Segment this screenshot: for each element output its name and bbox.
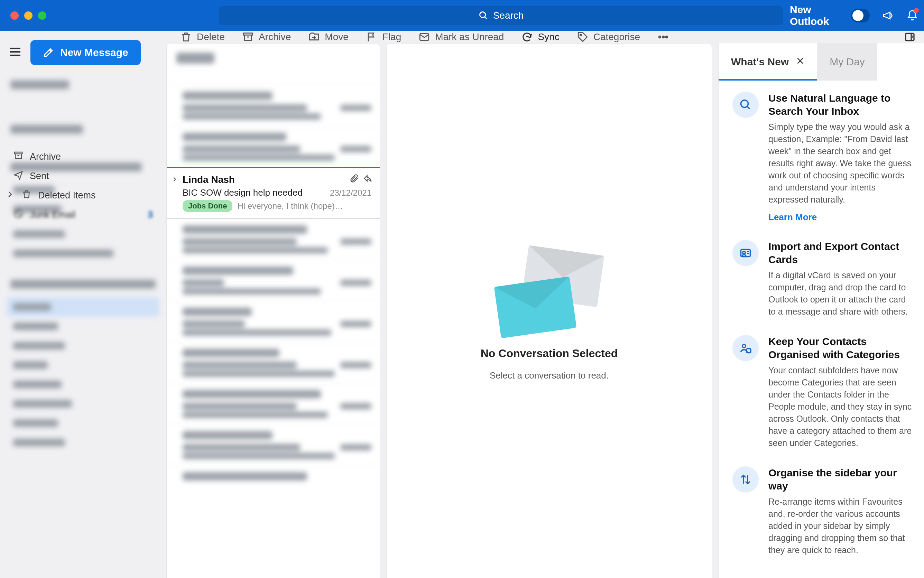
tab-my-day[interactable]: My Day: [817, 43, 877, 81]
tool-categorise[interactable]: Categorise: [577, 31, 640, 43]
empty-state-subtitle: Select a conversation to read.: [490, 370, 609, 381]
list-item-focused[interactable]: Linda Nash BIC SOW design help needed 23…: [167, 167, 380, 219]
empty-state-illustration: [490, 247, 608, 337]
tool-sync[interactable]: Sync: [521, 31, 559, 43]
feed-item: Import and Export Contact Cards If a dig…: [732, 240, 915, 318]
chevron-right-icon: [171, 175, 179, 185]
sidebar-item-label: Deleted Items: [38, 190, 96, 201]
trash-icon: [21, 189, 32, 202]
tab-label: What's New: [731, 56, 789, 68]
tool-label: Sync: [538, 31, 559, 42]
svg-line-24: [747, 107, 750, 109]
tool-archive[interactable]: Archive: [242, 31, 291, 43]
tool-label: Mark as Unread: [435, 31, 504, 42]
tab-label: My Day: [830, 56, 865, 68]
sidebar-item-deleted[interactable]: Deleted Items: [7, 186, 159, 205]
list-item[interactable]: [167, 342, 380, 383]
sidebar-folders-lower: [0, 224, 166, 578]
feed-item: Use Natural Language to Search Your Inbo…: [732, 92, 915, 222]
search-placeholder: Search: [493, 10, 524, 21]
sort-arrows-icon: [732, 466, 759, 493]
message-list-header: [167, 44, 380, 85]
panel-icon: [904, 31, 915, 42]
mail-icon: [419, 31, 430, 43]
right-panel-tabs: What's New My Day: [719, 43, 924, 81]
feed-title: Import and Export Contact Cards: [768, 240, 915, 266]
message-subject: BIC SOW design help needed: [183, 187, 302, 198]
archive-icon: [242, 31, 254, 43]
svg-line-8: [15, 211, 21, 217]
list-item[interactable]: [167, 85, 380, 126]
tool-flag[interactable]: Flag: [366, 31, 401, 43]
whats-new-feed: Use Natural Language to Search Your Inbo…: [719, 81, 924, 578]
tool-label: Move: [325, 31, 348, 42]
feed-body: Your contact subfolders have now become …: [768, 364, 915, 449]
sent-icon: [13, 170, 24, 182]
list-item[interactable]: [167, 301, 380, 342]
svg-point-23: [741, 100, 748, 107]
more-icon: [658, 31, 669, 43]
bell-icon[interactable]: [906, 9, 918, 23]
new-outlook-toggle[interactable]: [851, 9, 870, 23]
feed-title: Organise the sidebar your way: [768, 466, 915, 492]
svg-point-13: [580, 34, 581, 36]
list-item[interactable]: [167, 126, 380, 167]
list-item[interactable]: [167, 424, 380, 466]
svg-point-0: [480, 12, 485, 18]
right-panel: What's New My Day Use Natural Language t…: [718, 43, 924, 578]
search-input[interactable]: Search: [219, 6, 783, 25]
svg-point-26: [743, 251, 745, 254]
svg-rect-5: [15, 152, 23, 154]
svg-point-14: [659, 36, 661, 38]
megaphone-icon[interactable]: [882, 9, 894, 23]
tool-label: Archive: [259, 31, 291, 42]
toolbar: Delete Archive Move Flag Mark as Unread …: [166, 31, 924, 43]
feed-item: Organise the sidebar your way Re-arrange…: [732, 466, 915, 556]
message-tag: Jobs Done: [183, 200, 232, 212]
tool-more[interactable]: [658, 31, 669, 43]
tool-move[interactable]: Move: [308, 31, 348, 43]
sidebar-item-archive[interactable]: Archive: [7, 147, 159, 166]
svg-line-1: [484, 17, 487, 19]
svg-point-29: [742, 345, 745, 348]
message-preview: Hi everyone, I think (hope)…: [237, 201, 343, 211]
feed-body: Simply type the way you would ask a ques…: [768, 121, 915, 206]
junk-icon: [13, 208, 24, 221]
list-item[interactable]: [167, 260, 380, 301]
new-outlook-label: New Outlook: [790, 4, 839, 27]
svg-rect-9: [244, 33, 252, 35]
sidebar-item-junk[interactable]: Junk Email 3: [7, 205, 159, 224]
sidebar-item-label: Sent: [30, 171, 49, 182]
svg-point-15: [662, 36, 664, 38]
message-list: Linda Nash BIC SOW design help needed 23…: [166, 43, 380, 578]
feed-item: Keep Your Contacts Organised with Catego…: [732, 335, 915, 449]
tool-label: Flag: [382, 31, 401, 42]
tool-delete[interactable]: Delete: [180, 31, 225, 43]
feed-body: Re-arrange items within Favourites and, …: [768, 496, 915, 556]
feed-body: If a digital vCard is saved on your comp…: [768, 269, 915, 318]
sidebar-badge: 3: [148, 209, 153, 220]
sidebar-item-label: Junk Email: [30, 209, 75, 220]
tool-toggle-pane[interactable]: [904, 31, 915, 42]
contact-card-icon: [732, 240, 759, 266]
sync-icon: [521, 31, 533, 43]
close-icon[interactable]: [796, 56, 805, 68]
list-item[interactable]: [167, 466, 380, 489]
tab-whats-new[interactable]: What's New: [719, 43, 817, 81]
message-from: Linda Nash: [183, 174, 372, 185]
flag-icon: [366, 31, 378, 43]
tool-mark-unread[interactable]: Mark as Unread: [419, 31, 504, 43]
list-item[interactable]: [167, 383, 380, 424]
people-category-icon: [732, 335, 759, 361]
attachment-icon: [349, 174, 359, 183]
tool-label: Categorise: [593, 31, 640, 42]
search-icon: [732, 92, 759, 118]
list-item[interactable]: [167, 219, 380, 260]
feed-link[interactable]: Learn More: [768, 212, 817, 222]
tool-label: Delete: [197, 31, 225, 42]
sidebar-item-sent[interactable]: Sent: [7, 166, 159, 186]
move-icon: [308, 31, 320, 43]
reading-pane: No Conversation Selected Select a conver…: [386, 43, 712, 578]
feed-title: Use Natural Language to Search Your Inbo…: [768, 92, 915, 117]
archive-icon: [13, 150, 24, 163]
